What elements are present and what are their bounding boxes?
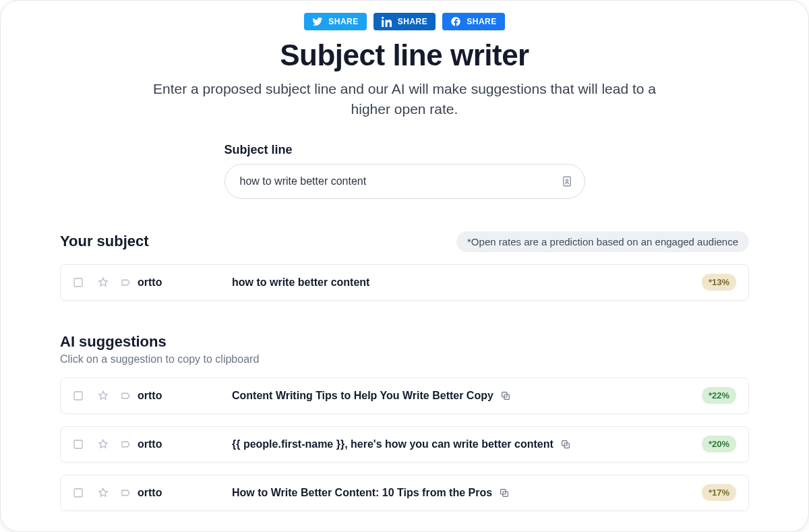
label-icon[interactable]	[115, 390, 138, 402]
label-icon[interactable]	[115, 438, 138, 450]
your-subject-row: ortto how to write better content *13%	[60, 264, 749, 301]
star-icon[interactable]	[92, 438, 115, 450]
share-twitter-button[interactable]: SHARE	[304, 13, 367, 30]
svg-rect-9	[74, 489, 82, 497]
star-icon[interactable]	[92, 276, 115, 289]
ai-suggestion-text: How to Write Better Content: 10 Tips fro…	[232, 487, 492, 499]
svg-rect-6	[74, 440, 82, 448]
linkedin-icon	[382, 16, 392, 27]
ai-suggestion-row[interactable]: ortto How to Write Better Content: 10 Ti…	[60, 475, 749, 511]
ai-suggestion-text: {{ people.first-name }}, here's how you …	[232, 438, 553, 450]
twitter-icon	[312, 16, 323, 27]
ai-suggestion-row[interactable]: ortto Content Writing Tips to Help You W…	[60, 378, 749, 414]
sender-name: ortto	[138, 487, 232, 499]
share-button-row: SHARE SHARE SHARE	[1, 13, 808, 30]
your-subject-heading: Your subject	[60, 233, 149, 250]
ai-suggestion-row[interactable]: ortto {{ people.first-name }}, here's ho…	[60, 426, 749, 463]
open-rate-note: *Open rates are a prediction based on an…	[456, 231, 749, 252]
svg-rect-2	[74, 278, 82, 287]
ai-suggestions-heading: AI suggestions	[60, 333, 749, 351]
label-icon[interactable]	[115, 276, 138, 289]
checkbox-icon[interactable]	[65, 390, 92, 402]
facebook-icon	[450, 16, 461, 27]
page-subtitle: Enter a proposed subject line and our AI…	[142, 79, 667, 120]
open-rate-badge: *22%	[702, 387, 736, 404]
ai-suggestion-text: Content Writing Tips to Help You Write B…	[232, 390, 493, 402]
page-title: Subject line writer	[1, 38, 808, 72]
ai-suggestions-sub: Click on a suggestion to copy to clipboa…	[60, 353, 749, 365]
star-icon[interactable]	[92, 390, 115, 402]
open-rate-badge: *20%	[702, 436, 736, 452]
sender-name: ortto	[138, 276, 232, 289]
svg-rect-3	[74, 392, 82, 400]
copy-icon	[500, 390, 511, 401]
checkbox-icon[interactable]	[65, 276, 92, 289]
subject-input-label: Subject line	[224, 143, 585, 157]
open-rate-badge: *13%	[702, 274, 736, 291]
subject-input[interactable]	[224, 164, 585, 199]
contacts-icon	[561, 175, 573, 187]
checkbox-icon[interactable]	[65, 487, 92, 499]
svg-point-1	[566, 179, 568, 181]
star-icon[interactable]	[92, 487, 115, 499]
copy-icon	[560, 439, 571, 450]
checkbox-icon[interactable]	[65, 438, 92, 450]
share-facebook-label: SHARE	[467, 17, 497, 26]
label-icon[interactable]	[115, 487, 138, 499]
sender-name: ortto	[138, 390, 232, 402]
open-rate-badge: *17%	[702, 484, 736, 501]
share-twitter-label: SHARE	[328, 17, 359, 26]
share-linkedin-button[interactable]: SHARE	[373, 13, 436, 30]
sender-name: ortto	[138, 438, 232, 450]
copy-icon	[499, 487, 510, 498]
your-subject-text: how to write better content	[232, 276, 369, 289]
share-facebook-button[interactable]: SHARE	[442, 13, 505, 30]
share-linkedin-label: SHARE	[398, 17, 428, 26]
